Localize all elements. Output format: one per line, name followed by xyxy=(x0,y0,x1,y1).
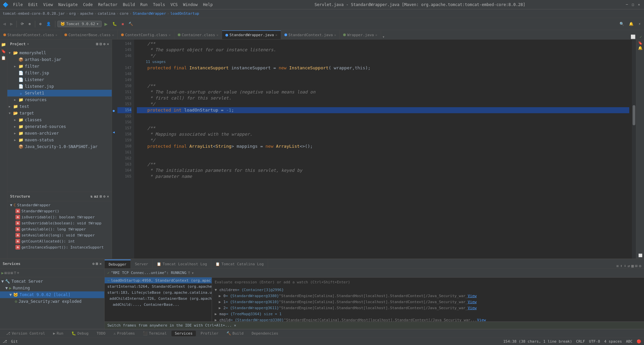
tab-4[interactable]: StandardWrapper.java ✕ xyxy=(222,30,281,39)
tab-6[interactable]: Wrapper.java ✕ xyxy=(340,30,381,39)
structure-root[interactable]: ▼ C StandardWrapper xyxy=(7,202,112,208)
debug-tab-catalina[interactable]: 📋 Tomcat Catalina Log xyxy=(211,260,268,268)
menu-edit[interactable]: Edit xyxy=(25,1,41,8)
frame-4[interactable]: addChild:..., ContainerBase... xyxy=(105,301,212,307)
menu-build[interactable]: Build xyxy=(120,1,138,8)
frame-2[interactable]: start:183, LifecycleBase (org.apache.cat… xyxy=(105,289,212,295)
debug-button[interactable]: 🐛 xyxy=(110,21,119,27)
tree-filter[interactable]: ▶ 📁 filter xyxy=(7,63,112,70)
toolbar-back[interactable]: ◁ xyxy=(1,21,8,27)
structure-settings-icon[interactable]: ⚙ xyxy=(103,194,106,199)
svc-add-icon[interactable]: + xyxy=(17,271,19,275)
var-expand-arrow[interactable]: ▶ xyxy=(215,312,218,316)
debug-tab-debugger[interactable]: Debugger xyxy=(105,260,131,268)
breadcrumb-part-0[interactable]: tomcat-embed-core-8.0.28.jar xyxy=(3,11,65,16)
notifications-button[interactable]: 🔔 xyxy=(627,21,636,27)
project-expand-icon[interactable]: ⊞ xyxy=(96,42,99,46)
menu-view[interactable]: View xyxy=(41,1,56,8)
tool-tab-debug[interactable]: 🐛 Debug xyxy=(68,331,92,336)
tab-close-0[interactable]: ✕ xyxy=(55,33,57,37)
structure-item-3[interactable]: m getAvailable(): long †Wrapper xyxy=(7,226,112,232)
rmi-dropdown-icon[interactable]: ▾ xyxy=(192,271,194,275)
services-settings-icon[interactable]: ⚙ xyxy=(92,262,95,266)
svc-running[interactable]: ▼ ▶ Running xyxy=(0,285,104,291)
structure-item-0[interactable]: m StandardWrapper() xyxy=(7,208,112,214)
structure-alpha-icon[interactable]: az xyxy=(94,194,98,199)
frame-3[interactable]: addChildInternal:726, ContainerBase (org… xyxy=(105,295,212,301)
code-area[interactable]: ● ◀ 144 145 146 147 148 149 150 151 152 … xyxy=(112,40,636,259)
menu-run[interactable]: Run xyxy=(138,1,150,8)
structure-item-1[interactable]: m isOverridable(): boolean †Wrapper xyxy=(7,214,112,220)
line-ending-indicator[interactable]: CRLF xyxy=(576,339,585,344)
tree-test[interactable]: ▶ 📁 test xyxy=(7,103,112,110)
var-1[interactable]: ▶ 1 = {StandardWrapper@3610} "StandardEn… xyxy=(212,299,644,305)
var-map[interactable]: ▶ map = {TreeMap@3364} size = 1 xyxy=(212,311,644,317)
toolbar-profile[interactable]: 👤 xyxy=(44,21,53,27)
debug-toolbar-icon-5[interactable]: ▦ xyxy=(631,264,634,268)
toolbar-settings[interactable]: ⚙ xyxy=(37,21,44,27)
tool-tab-versioncontrol[interactable]: ⎇ Version Control xyxy=(3,331,48,336)
structure-item-6[interactable]: m getInstanceSupport(): InstanceSupport xyxy=(7,244,112,250)
editor-ok-icon[interactable]: ✓ xyxy=(638,34,644,39)
services-expand-icon[interactable]: ⊞ xyxy=(96,262,98,266)
breadcrumb-part-4[interactable]: core xyxy=(120,11,129,16)
minimize-button[interactable]: ─ xyxy=(625,2,629,7)
services-close-icon[interactable]: ✕ xyxy=(99,262,102,266)
expand-right-icon[interactable]: ⬜ xyxy=(638,254,642,257)
var-children[interactable]: ▼ children = {Container[3]@2996} xyxy=(212,287,644,293)
tree-generated-sources[interactable]: ▶ 📁 generated-sources xyxy=(7,123,112,130)
svc-expand-all-icon[interactable]: ⊞ xyxy=(4,271,7,275)
spellcheck-icon[interactable]: ABC xyxy=(626,339,633,344)
breadcrumb-part-5[interactable]: StandardWrapper xyxy=(133,11,166,16)
debug-variables-panel[interactable]: ▼ children = {Container[3]@2996} ▶ 0 = {… xyxy=(212,287,644,322)
tool-tab-dependencies[interactable]: Dependencies xyxy=(248,331,281,336)
debug-tab-server[interactable]: Server xyxy=(131,260,153,268)
var-expand-arrow[interactable]: ▶ xyxy=(219,294,222,298)
structure-close-icon[interactable]: ✕ xyxy=(107,194,109,199)
var-0[interactable]: ▶ 0 = {StandardWrapper@3380} "StandardEn… xyxy=(212,293,644,299)
watch-expression-input[interactable] xyxy=(215,280,641,284)
run-button[interactable]: ▶ xyxy=(102,20,110,28)
code-editor[interactable]: ● ◀ 144 145 146 147 148 149 150 151 152 … xyxy=(112,40,636,259)
tree-arthas[interactable]: 📦 arthas-boot.jar xyxy=(7,56,112,63)
structure-tree[interactable]: ▼ C StandardWrapper m StandardWrapper() … xyxy=(7,201,112,259)
structure-expand-icon[interactable]: ⊞ xyxy=(100,194,102,199)
project-settings-icon[interactable]: ⚙ xyxy=(103,42,106,46)
menu-code[interactable]: Code xyxy=(80,1,96,8)
tree-servlet1[interactable]: ☕ Servlet1 xyxy=(7,90,112,96)
view-link-child[interactable]: View xyxy=(477,318,486,322)
git-status[interactable]: Git xyxy=(11,339,18,344)
notifications-right-icon[interactable]: 🔔 xyxy=(638,46,643,50)
tomcat-dropdown-icon[interactable]: ▾ xyxy=(97,22,99,26)
svc-filter-icon[interactable]: ⊤ xyxy=(14,271,16,275)
power-save-button[interactable]: ⚡ xyxy=(636,21,643,27)
rmi-filter-icon[interactable]: ⊤ xyxy=(188,271,190,275)
structure-sort-icon[interactable]: ⇅ xyxy=(90,194,93,199)
structure-item-4[interactable]: m setAvailable(long): void †Wrapper xyxy=(7,232,112,238)
tab-close-2[interactable]: ✕ xyxy=(169,33,171,37)
tab-close-4[interactable]: ✕ xyxy=(275,33,277,37)
breadcrumb-part-3[interactable]: catalina xyxy=(98,11,115,16)
menu-tools[interactable]: Tools xyxy=(150,1,168,8)
debug-tab-tomcat-local[interactable]: 📋 Tomcat Localhost Log xyxy=(153,260,211,268)
tomcat-run-config[interactable]: 🐱 Tomcat 9.0.62 ▾ xyxy=(57,21,102,27)
project-collapse-icon[interactable]: ⊟ xyxy=(100,42,102,46)
view-link-0[interactable]: View xyxy=(468,294,477,298)
debug-toolbar-icon-3[interactable]: ⬇ xyxy=(624,264,626,268)
tree-resources[interactable]: ▶ 📁 resources xyxy=(7,96,112,103)
tree-filter-jsp[interactable]: 📄 filter.jsp xyxy=(7,70,112,76)
toolbar-sync[interactable]: ⟳ xyxy=(19,21,26,27)
debug-panel-settings[interactable]: ⚙ xyxy=(639,264,641,268)
debug-toolbar-icon-4[interactable]: ⇄ xyxy=(628,264,630,268)
svc-tomcat-server[interactable]: ▼ 🔧 Tomcat Server xyxy=(0,278,104,285)
menu-vcs[interactable]: VCS xyxy=(168,1,180,8)
project-sidebar-icon[interactable]: 📁 xyxy=(1,42,6,47)
structure-item-2[interactable]: m setOverridable(boolean): void †Wrapp xyxy=(7,220,112,226)
tree-maven-archiver[interactable]: ▶ 📁 maven-archiver xyxy=(7,130,112,137)
svc-collapse-all-icon[interactable]: ⊟ xyxy=(7,271,10,275)
bookmarks-icon[interactable]: 🔖 xyxy=(1,49,6,54)
build-button[interactable]: 🔨 xyxy=(126,21,135,27)
tab-close-1[interactable]: ✕ xyxy=(112,33,114,37)
tool-tab-problems[interactable]: ⚠ Problems xyxy=(110,331,138,336)
project-dropdown-icon[interactable]: ▾ xyxy=(27,42,29,46)
